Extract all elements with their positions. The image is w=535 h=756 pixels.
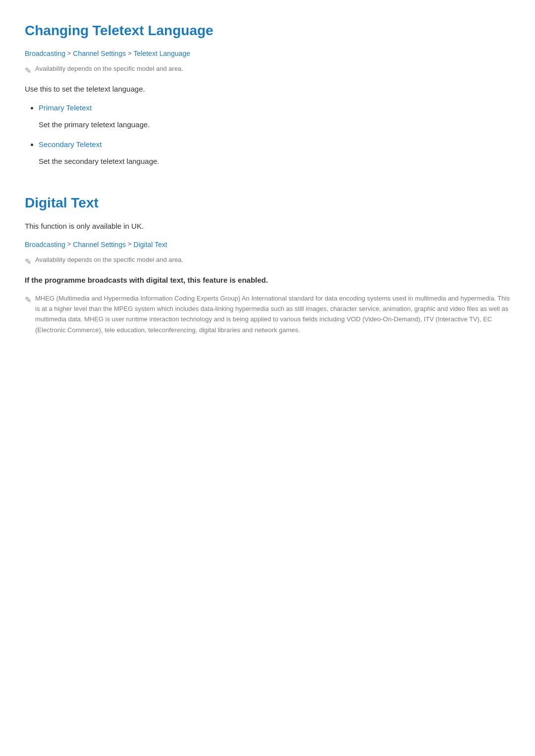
teletext-bullet-list-2: Secondary Teletext: [25, 139, 510, 151]
section1-breadcrumb: Broadcasting > Channel Settings > Telete…: [25, 48, 510, 59]
breadcrumb-digital-text[interactable]: Digital Text: [134, 239, 167, 250]
breadcrumb-broadcasting-2[interactable]: Broadcasting: [25, 239, 65, 250]
breadcrumb-sep-1: >: [67, 49, 71, 59]
mheg-note-text: MHEG (Multimedia and Hypermedia Informat…: [35, 293, 510, 336]
pencil-icon-3: ✎: [25, 294, 31, 306]
section2-note1-text: Availability depends on the specific mod…: [35, 255, 183, 265]
section1-note1: ✎ Availability depends on the specific m…: [25, 64, 510, 77]
primary-teletext-link[interactable]: Primary Teletext: [39, 103, 92, 112]
teletext-language-section: Changing Teletext Language Broadcasting …: [25, 20, 510, 167]
bullet-secondary-teletext: Secondary Teletext: [39, 139, 510, 151]
pencil-icon-1: ✎: [25, 64, 31, 77]
secondary-teletext-link[interactable]: Secondary Teletext: [39, 140, 102, 149]
teletext-bullet-list: Primary Teletext: [25, 102, 510, 114]
section1-title: Changing Teletext Language: [25, 20, 510, 42]
section1-note1-text: Availability depends on the specific mod…: [35, 64, 183, 74]
breadcrumb-broadcasting-1[interactable]: Broadcasting: [25, 48, 65, 59]
secondary-teletext-desc: Set the secondary teletext language.: [39, 155, 510, 167]
mheg-note-block: ✎ MHEG (Multimedia and Hypermedia Inform…: [25, 293, 510, 336]
section2-breadcrumb: Broadcasting > Channel Settings > Digita…: [25, 239, 510, 250]
section1-intro: Use this to set the teletext language.: [25, 83, 510, 95]
breadcrumb-teletext-language[interactable]: Teletext Language: [134, 48, 190, 59]
section2-title: Digital Text: [25, 192, 510, 214]
primary-teletext-desc: Set the primary teletext language.: [39, 119, 510, 131]
breadcrumb-channel-settings-2[interactable]: Channel Settings: [73, 239, 126, 250]
section2-note1: ✎ Availability depends on the specific m…: [25, 255, 510, 268]
digital-text-section: Digital Text This function is only avail…: [25, 192, 510, 336]
breadcrumb-sep-3: >: [67, 239, 71, 250]
bullet-primary-teletext: Primary Teletext: [39, 102, 510, 114]
breadcrumb-sep-2: >: [128, 49, 132, 59]
breadcrumb-sep-4: >: [128, 239, 132, 250]
section2-uk-note: This function is only available in UK.: [25, 220, 510, 232]
pencil-icon-2: ✎: [25, 255, 31, 268]
section2-intro-bold: If the programme broadcasts with digital…: [25, 274, 510, 286]
breadcrumb-channel-settings-1[interactable]: Channel Settings: [73, 48, 126, 59]
